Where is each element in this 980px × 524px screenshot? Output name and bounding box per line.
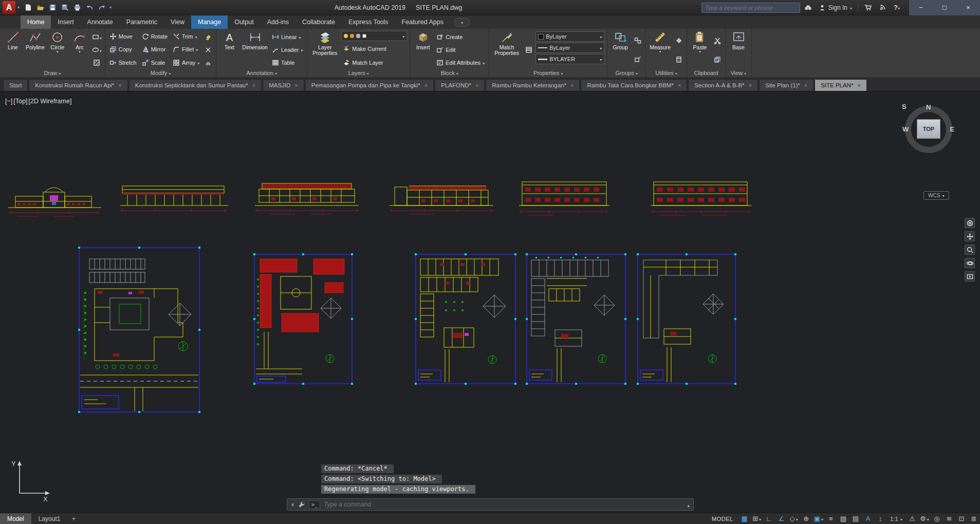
annotation-visibility-toggle[interactable]: A xyxy=(862,513,874,524)
group-edit-icon[interactable] xyxy=(632,54,643,65)
ribbon-tab-collaborate[interactable]: Collaborate xyxy=(295,15,342,29)
clean-screen-button[interactable]: ⊡ xyxy=(955,513,968,524)
scale-button[interactable]: Scale xyxy=(140,57,169,69)
grid-toggle[interactable]: ▦ xyxy=(738,513,751,524)
save-button[interactable] xyxy=(47,2,59,13)
ribbon-tab-parametric[interactable]: Parametric xyxy=(120,15,164,29)
edit-block-button[interactable]: Edit xyxy=(435,44,486,56)
quick-calc-icon[interactable] xyxy=(673,54,684,65)
search-input[interactable] xyxy=(705,5,797,11)
ribbon-tab-featured-apps[interactable]: Featured Apps xyxy=(395,15,450,29)
cut-icon[interactable] xyxy=(712,35,723,46)
maximize-button[interactable]: □ xyxy=(933,0,956,15)
site-plan-drawing-4[interactable] xyxy=(525,253,627,392)
help-button[interactable]: ? xyxy=(891,2,903,13)
polyline-button[interactable]: Polyline xyxy=(25,30,46,69)
leader-button[interactable]: Leader xyxy=(270,44,304,56)
annotation-autoscale-toggle[interactable]: ↕ xyxy=(874,513,886,524)
ribbon-tab-manage[interactable]: Manage xyxy=(191,15,228,29)
viewcube-north[interactable]: N xyxy=(926,103,931,111)
building-elevation-2[interactable] xyxy=(119,179,230,216)
selection-cycling-toggle[interactable]: ▤ xyxy=(849,513,862,524)
model-space-canvas[interactable]: [−] [Top] [2D Wireframe] N W E S TOP WCS xyxy=(0,91,980,513)
app-menu-caret-icon[interactable]: ▾ xyxy=(17,5,20,10)
hatch-tool-button[interactable] xyxy=(91,58,102,68)
viewcube-south[interactable]: S xyxy=(902,103,907,110)
new-layout-button[interactable]: + xyxy=(67,513,80,524)
id-point-icon[interactable] xyxy=(673,35,684,46)
app-logo[interactable]: A xyxy=(3,1,15,14)
nav-zoom-icon[interactable] xyxy=(965,245,975,255)
isodraft-toggle[interactable]: ◇ xyxy=(788,513,800,524)
building-elevation-6[interactable] xyxy=(650,175,752,218)
ribbon-tab-output[interactable]: Output xyxy=(228,15,261,29)
ribbon-tab-insert[interactable]: Insert xyxy=(51,15,80,29)
lineweight-toggle[interactable]: ≡ xyxy=(825,513,837,524)
trim-button[interactable]: Trim xyxy=(171,30,201,43)
close-tab-icon[interactable] xyxy=(475,82,478,88)
base-view-button[interactable]: Base xyxy=(728,30,749,69)
save-as-button[interactable] xyxy=(59,2,71,13)
panel-label-clipboard[interactable]: Clipboard xyxy=(687,69,725,78)
panel-label-draw[interactable]: Draw xyxy=(0,69,105,78)
move-button[interactable]: Move xyxy=(108,30,138,43)
close-tab-icon[interactable] xyxy=(252,82,255,88)
ribbon-tab-view[interactable]: View xyxy=(164,15,191,29)
layer-combo[interactable] xyxy=(341,31,407,41)
command-input[interactable] xyxy=(324,501,683,508)
customization-menu-button[interactable]: ≣ xyxy=(968,513,980,524)
rectangle-tool-button[interactable] xyxy=(91,32,102,42)
explode-icon[interactable] xyxy=(202,45,213,55)
match-properties-button[interactable]: Match Properties xyxy=(492,30,522,69)
search-binoculars-icon[interactable] xyxy=(802,2,815,13)
panel-label-utilities[interactable]: Utilities xyxy=(646,69,687,78)
match-layer-button[interactable]: Match Layer xyxy=(341,57,407,69)
annotation-monitor-toggle[interactable]: ⚠ xyxy=(906,513,918,524)
panel-label-modify[interactable]: Modify xyxy=(105,69,216,78)
object-snap-toggle[interactable]: ▣ xyxy=(812,513,825,524)
command-line[interactable] xyxy=(287,498,694,511)
model-tab[interactable]: Model xyxy=(0,513,31,524)
ribbon-tab-addins[interactable]: Add-ins xyxy=(261,15,295,29)
snap-toggle[interactable]: ⊞ xyxy=(751,513,763,524)
site-plan-drawing-2[interactable] xyxy=(253,253,354,392)
panel-label-properties[interactable]: Properties xyxy=(489,69,607,78)
open-drawing-button[interactable] xyxy=(34,2,46,13)
site-plan-drawing-5[interactable] xyxy=(636,253,737,392)
undo-button[interactable] xyxy=(84,2,96,13)
file-tab-rambu-rambu-keterangan[interactable]: Rambu Rambu Keterangan* xyxy=(486,79,580,91)
panel-label-view[interactable]: View xyxy=(726,69,751,78)
viewcube-east[interactable]: E xyxy=(950,125,954,133)
viewport-collapse-control[interactable]: [−] xyxy=(5,98,12,105)
file-tab-site-plan-1[interactable]: Site Plan (1)* xyxy=(759,79,813,91)
command-customize-wrench-icon[interactable] xyxy=(298,501,305,508)
site-plan-drawing-1[interactable] xyxy=(77,246,201,415)
file-tab-start[interactable]: Start xyxy=(3,79,28,91)
nav-wheel-icon[interactable] xyxy=(965,218,975,228)
ribbon-tab-home[interactable]: Home xyxy=(21,15,51,29)
erase-icon[interactable] xyxy=(202,32,213,42)
layout1-tab[interactable]: Layout1 xyxy=(31,513,68,524)
file-tab-rambu-tata-cara[interactable]: Rambu Tata Cara Bongkar BBM* xyxy=(581,79,687,91)
panel-label-groups[interactable]: Groups xyxy=(607,69,645,78)
ribbon-display-toggle[interactable] xyxy=(454,18,470,27)
osnap-tracking-toggle[interactable]: ⊕ xyxy=(800,513,812,524)
linetype-combo[interactable]: ByLayer xyxy=(535,43,604,53)
array-button[interactable]: Array xyxy=(171,57,201,69)
properties-list-icon[interactable] xyxy=(523,45,534,55)
ribbon-tab-express-tools[interactable]: Express Tools xyxy=(342,15,395,29)
close-tab-icon[interactable] xyxy=(424,82,428,88)
file-tab-masjid[interactable]: MASJID xyxy=(263,79,304,91)
workspace-switcher[interactable]: ⚙ xyxy=(918,513,931,524)
ellipse-tool-button[interactable] xyxy=(91,45,102,55)
mirror-button[interactable]: Mirror xyxy=(140,43,169,55)
viewcube-west[interactable]: W xyxy=(902,125,909,133)
redo-button[interactable] xyxy=(96,2,108,13)
file-tab-konstruksi-septicktank[interactable]: Konstruksi Septicktank dan Sumur Pantau* xyxy=(129,79,262,91)
qat-customize-caret-icon[interactable]: ▾ xyxy=(109,5,112,10)
create-block-button[interactable]: Create xyxy=(435,31,486,43)
circle-button[interactable]: Circle xyxy=(47,30,68,69)
rotate-button[interactable]: Rotate xyxy=(140,30,169,43)
ortho-toggle[interactable]: ∟ xyxy=(763,513,775,524)
app-store-cart-icon[interactable] xyxy=(862,2,874,13)
